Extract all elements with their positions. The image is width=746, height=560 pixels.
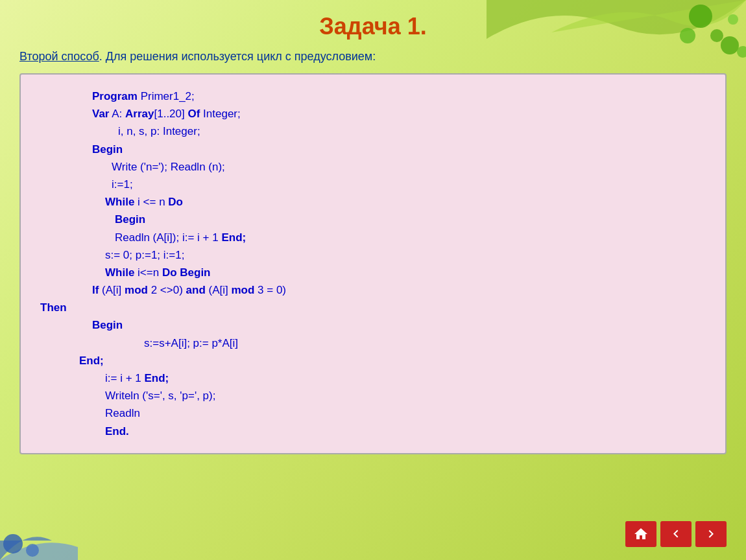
next-icon (703, 526, 719, 542)
code-line-3: i, n, s, p: Integer; (118, 122, 706, 140)
code-line-2: Var A: Array[1..20] Of Integer; (92, 105, 706, 122)
code-line-16: End; (79, 352, 706, 369)
navigation-buttons (625, 521, 727, 547)
code-line-9: Readln (A[i]); i:= i + 1 End; (115, 229, 706, 246)
code-line-5: Write ('n='); Readln (n); (112, 158, 706, 176)
home-button[interactable] (625, 521, 656, 547)
next-button[interactable] (695, 521, 727, 547)
subtitle: Второй способ. Для решения используется … (19, 50, 727, 64)
subtitle-rest: . Для решения используется цикл с предус… (99, 50, 376, 63)
code-line-4: Begin (92, 141, 706, 158)
page-title: Задача 1. (19, 13, 727, 40)
code-line-14: Begin (92, 316, 706, 334)
code-line-20: End. (105, 423, 706, 440)
subtitle-link: Второй способ (19, 50, 99, 63)
code-line-11: While i<=n Do Begin (105, 264, 706, 281)
prev-button[interactable] (660, 521, 692, 547)
code-line-6: i:=1; (112, 176, 706, 193)
code-line-then: Then (40, 299, 706, 316)
code-line-1: Program Primer1_2; (92, 88, 706, 105)
code-block: Program Primer1_2; Var A: Array[1..20] O… (19, 73, 727, 454)
prev-icon (668, 526, 684, 542)
main-content: Задача 1. Второй способ. Для решения исп… (0, 0, 746, 560)
code-line-19: Readln (105, 404, 706, 422)
code-line-10: s:= 0; p:=1; i:=1; (105, 246, 706, 264)
code-line-12: If (A[i] mod 2 <>0) and (A[i] mod 3 = 0) (92, 281, 706, 299)
code-line-7: While i <= n Do (105, 193, 706, 211)
code-line-8: Begin (115, 211, 706, 228)
code-line-15: s:=s+A[i]; p:= p*A[i] (144, 334, 706, 352)
code-line-18: Writeln ('s=', s, 'p=', p); (105, 387, 706, 404)
code-line-17: i:= i + 1 End; (105, 369, 706, 387)
home-icon (633, 526, 649, 542)
